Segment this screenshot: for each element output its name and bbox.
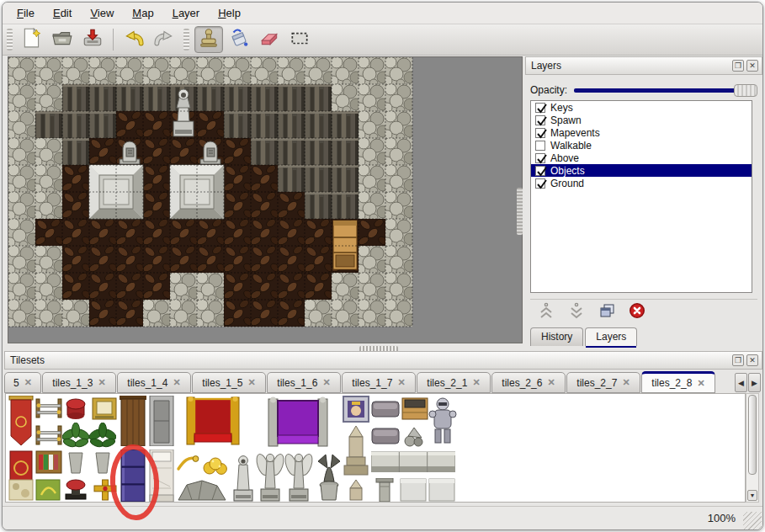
tileset-tile-obelisk-tan[interactable] — [343, 424, 369, 476]
opacity-slider-handle[interactable] — [734, 84, 757, 97]
menu-help[interactable]: Help — [209, 3, 250, 23]
tileset-tile-wall-pillar[interactable] — [371, 478, 398, 502]
tileset-tile-rubble-pile[interactable] — [401, 424, 428, 448]
layer-visibility-checkbox[interactable] — [535, 166, 545, 176]
tileset-tab-tiles_2_1[interactable]: tiles_2_1✕ — [417, 372, 491, 393]
tab-close-icon[interactable]: ✕ — [24, 377, 32, 388]
dock-tab-history[interactable]: History — [530, 327, 583, 346]
tileset-tab-5[interactable]: 5✕ — [4, 372, 41, 393]
tileset-tile-couch-gray[interactable] — [371, 397, 400, 419]
eraser-tool-button[interactable] — [255, 26, 284, 53]
tileset-tile-wall-cap[interactable] — [371, 450, 455, 475]
tileset-tile-statue-stone[interactable] — [229, 453, 258, 502]
resize-grip[interactable] — [743, 512, 762, 530]
layer-row-above[interactable]: Above — [531, 152, 752, 164]
tileset-tile-plant-leafy[interactable] — [89, 423, 116, 475]
tileset-tile-parchment[interactable] — [8, 478, 34, 502]
tileset-tab-tiles_2_8[interactable]: tiles_2_8✕ — [641, 371, 715, 393]
tileset-tile-cross-gold[interactable] — [91, 478, 120, 502]
tileset-vertical-scrollbar[interactable]: ▼ — [746, 393, 759, 503]
duplicate-layer-button[interactable] — [598, 301, 616, 324]
tileset-tile-rug-green[interactable] — [35, 478, 61, 502]
layer-row-mapevents[interactable]: Mapevents — [531, 126, 752, 139]
tileset-tile-armor-silver[interactable] — [428, 396, 457, 448]
tileset-tile-plant-palm[interactable] — [62, 423, 89, 475]
delete-layer-button[interactable] — [628, 301, 646, 324]
redo-button[interactable] — [150, 26, 178, 53]
layer-row-ground[interactable]: Ground — [531, 177, 752, 189]
tileset-tile-angel-statue[interactable] — [256, 450, 284, 502]
lower-layer-button[interactable] — [567, 301, 586, 324]
raise-layer-button[interactable] — [537, 301, 555, 324]
tileset-tab-tiles_1_5[interactable]: tiles_1_5✕ — [192, 372, 266, 393]
layer-row-keys[interactable]: Keys — [531, 101, 752, 114]
tileset-tile-anvil-red[interactable] — [62, 478, 89, 502]
tileset-tile-door-brown[interactable] — [120, 396, 146, 446]
tab-scroll-left-icon[interactable]: ◀ — [735, 373, 747, 392]
tileset-tile-banner-red[interactable] — [8, 396, 34, 448]
open-folder-button[interactable] — [48, 26, 77, 53]
fill-tool-button[interactable] — [225, 26, 253, 53]
map-vertical-scrollbar[interactable] — [517, 188, 523, 235]
close-dock-icon[interactable]: ✕ — [746, 60, 758, 72]
layer-row-objects[interactable]: Objects — [531, 164, 752, 177]
tab-close-icon[interactable]: ✕ — [547, 377, 555, 388]
toolbar-handle[interactable] — [183, 29, 189, 51]
menu-edit[interactable]: Edit — [44, 3, 81, 23]
scroll-down-arrow-icon[interactable]: ▼ — [747, 490, 757, 501]
tab-close-icon[interactable]: ✕ — [247, 377, 255, 388]
tileset-tab-tiles_1_6[interactable]: tiles_1_6✕ — [267, 372, 341, 393]
layer-visibility-checkbox[interactable] — [535, 141, 545, 151]
tab-close-icon[interactable]: ✕ — [622, 377, 630, 388]
tileset-tile-weapon-rack[interactable] — [35, 397, 62, 419]
layer-visibility-checkbox[interactable] — [535, 103, 545, 113]
tab-close-icon[interactable]: ✕ — [322, 377, 330, 388]
toolbar-handle[interactable] — [7, 29, 13, 51]
layer-visibility-checkbox[interactable] — [535, 128, 545, 138]
stamp-tool-button[interactable] — [194, 26, 223, 53]
tileset-tile-bookshelf[interactable] — [35, 450, 62, 475]
tileset-tab-tiles_2_6[interactable]: tiles_2_6✕ — [491, 372, 566, 393]
tileset-tile-angel-statue[interactable] — [284, 450, 313, 502]
tab-close-icon[interactable]: ✕ — [173, 377, 180, 388]
select-tool-button[interactable] — [285, 26, 314, 53]
tab-close-icon[interactable]: ✕ — [472, 377, 480, 388]
dock-tab-layers[interactable]: Layers — [585, 327, 637, 346]
tab-close-icon[interactable]: ✕ — [98, 377, 105, 388]
float-dock-icon[interactable]: ❐ — [732, 60, 744, 72]
menu-view[interactable]: View — [81, 3, 123, 23]
tileset-tile-crate-wood[interactable] — [401, 396, 428, 421]
layer-row-spawn[interactable]: Spawn — [531, 114, 752, 126]
tileset-tile-bed-white[interactable] — [148, 450, 175, 502]
menu-file[interactable]: File — [8, 3, 44, 23]
menu-layer[interactable]: Layer — [163, 3, 210, 23]
tileset-tab-tiles_2_7[interactable]: tiles_2_7✕ — [566, 372, 640, 393]
opacity-slider[interactable] — [574, 83, 757, 97]
save-import-button[interactable] — [78, 26, 107, 53]
tileset-content[interactable] — [5, 393, 746, 503]
menu-map[interactable]: Map — [123, 3, 162, 23]
tileset-tile-door-gray[interactable] — [148, 396, 175, 446]
tileset-tile-wall-slab[interactable] — [428, 478, 455, 502]
new-file-button[interactable] — [18, 26, 46, 53]
tab-close-icon[interactable]: ✕ — [397, 377, 405, 388]
tab-scroll-right-icon[interactable]: ▶ — [748, 373, 761, 392]
tileset-tile-gold-pile[interactable] — [202, 450, 229, 475]
tileset-tile-stool-red[interactable] — [64, 396, 88, 420]
tileset-tile-throne-red[interactable] — [185, 396, 241, 446]
close-dock-icon[interactable]: ✕ — [746, 354, 758, 366]
tab-close-icon[interactable]: ✕ — [697, 378, 704, 389]
tileset-tile-couch-gray[interactable] — [371, 424, 400, 446]
map-canvas[interactable] — [8, 56, 523, 343]
layer-visibility-checkbox[interactable] — [535, 178, 545, 189]
layer-visibility-checkbox[interactable] — [535, 115, 545, 125]
tileset-tile-portrait-king[interactable] — [343, 396, 369, 423]
tileset-tab-tiles_1_7[interactable]: tiles_1_7✕ — [342, 372, 416, 393]
tileset-tab-tiles_1_3[interactable]: tiles_1_3✕ — [42, 372, 116, 393]
tileset-tab-tiles_1_4[interactable]: tiles_1_4✕ — [117, 372, 191, 393]
undo-button[interactable] — [120, 26, 148, 53]
tileset-tile-door-purple[interactable] — [120, 450, 146, 502]
layer-visibility-checkbox[interactable] — [535, 153, 545, 163]
float-dock-icon[interactable]: ❐ — [732, 354, 744, 366]
tileset-tile-wall-slab[interactable] — [400, 478, 427, 502]
